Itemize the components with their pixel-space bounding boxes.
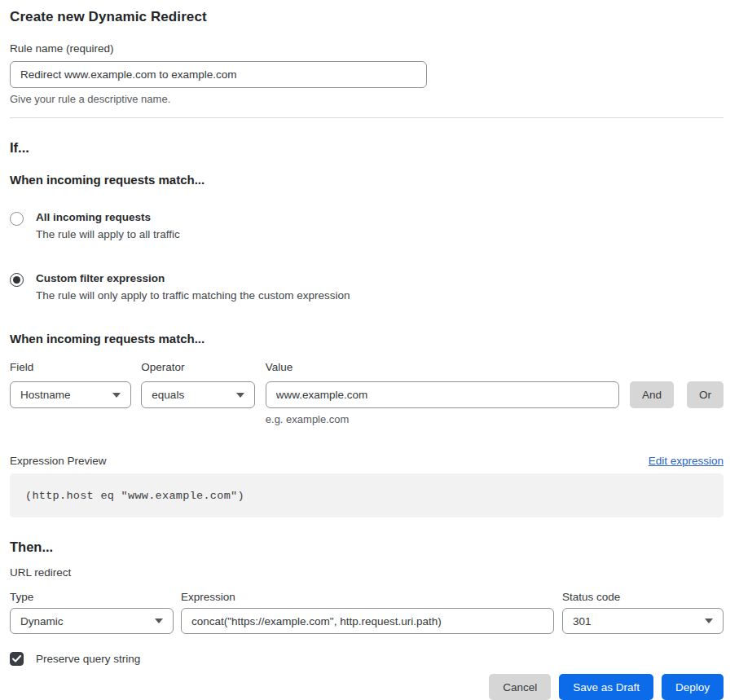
- chevron-down-icon: [236, 393, 244, 398]
- checkmark-icon: [12, 655, 21, 663]
- radio-desc-all-incoming: The rule will apply to all traffic: [36, 228, 180, 240]
- status-code-label: Status code: [562, 591, 724, 603]
- match-heading: When incoming requests match...: [10, 173, 724, 187]
- field-label: Field: [10, 361, 131, 373]
- status-code-select[interactable]: 301: [562, 608, 724, 634]
- redirect-config-row: Type Dynamic Expression Status code 301: [10, 591, 724, 634]
- filter-builder-row: Field Hostname Operator equals Value e.g…: [10, 361, 724, 425]
- operator-select-value: equals: [152, 389, 184, 401]
- value-help: e.g. example.com: [266, 413, 619, 425]
- radio-button-all-incoming[interactable]: [10, 212, 24, 226]
- value-label: Value: [266, 361, 619, 373]
- preserve-query-label: Preserve query string: [36, 653, 140, 665]
- radio-label-custom-filter: Custom filter expression: [36, 272, 350, 284]
- preserve-query-checkbox[interactable]: [10, 652, 24, 666]
- radio-option-all-incoming[interactable]: All incoming requests The rule will appl…: [10, 211, 724, 240]
- radio-button-custom-filter[interactable]: [10, 273, 24, 287]
- chevron-down-icon: [155, 619, 163, 623]
- chevron-down-icon: [705, 619, 713, 623]
- expression-preview-header: Expression Preview Edit expression: [10, 455, 724, 467]
- expression-preview-code: (http.host eq "www.example.com"): [10, 473, 724, 517]
- save-as-draft-button[interactable]: Save as Draft: [559, 674, 653, 700]
- value-input[interactable]: [266, 381, 619, 408]
- redirect-expression-input[interactable]: [181, 608, 554, 634]
- then-heading: Then...: [10, 539, 724, 555]
- operator-select[interactable]: equals: [141, 381, 254, 408]
- type-select-value: Dynamic: [20, 615, 64, 627]
- if-heading: If...: [10, 140, 724, 156]
- url-redirect-label: URL redirect: [10, 566, 724, 579]
- rule-name-label: Rule name (required): [10, 42, 724, 55]
- edit-expression-link[interactable]: Edit expression: [649, 455, 724, 467]
- radio-label-all-incoming: All incoming requests: [36, 211, 180, 223]
- or-button[interactable]: Or: [687, 381, 724, 408]
- field-select-value: Hostname: [20, 389, 71, 401]
- create-redirect-form: Create new Dynamic Redirect Rule name (r…: [0, 0, 739, 700]
- operator-label: Operator: [141, 361, 254, 373]
- type-label: Type: [10, 591, 174, 603]
- connector-buttons: And Or: [630, 361, 724, 408]
- cancel-button[interactable]: Cancel: [489, 674, 551, 700]
- rule-name-help: Give your rule a descriptive name.: [10, 93, 724, 105]
- and-button[interactable]: And: [630, 381, 674, 408]
- radio-desc-custom-filter: The rule will only apply to traffic matc…: [36, 289, 350, 302]
- footer-actions: Cancel Save as Draft Deploy: [10, 674, 724, 700]
- field-select[interactable]: Hostname: [10, 381, 131, 408]
- page-title: Create new Dynamic Redirect: [10, 9, 724, 25]
- chevron-down-icon: [112, 393, 121, 398]
- type-select[interactable]: Dynamic: [10, 608, 174, 634]
- filter-match-heading: When incoming requests match...: [10, 332, 724, 346]
- expression-label: Expression: [181, 591, 554, 603]
- radio-option-custom-filter[interactable]: Custom filter expression The rule will o…: [10, 272, 724, 302]
- expression-preview-label: Expression Preview: [10, 455, 107, 467]
- status-code-select-value: 301: [573, 615, 592, 627]
- preserve-query-row[interactable]: Preserve query string: [10, 652, 724, 666]
- rule-name-input[interactable]: [10, 61, 427, 88]
- deploy-button[interactable]: Deploy: [662, 674, 724, 700]
- section-divider: [10, 117, 724, 118]
